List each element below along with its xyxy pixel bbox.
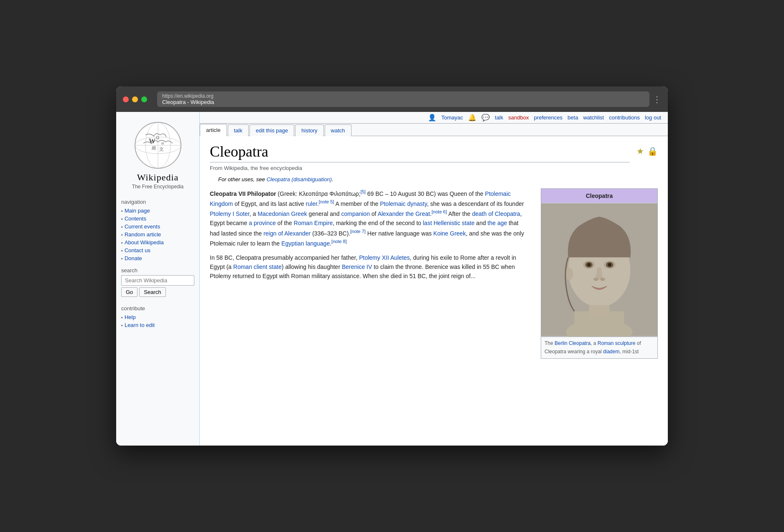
tab-history[interactable]: history [295,124,323,136]
article-title: Cleopatra [210,143,630,162]
reign-alexander-link[interactable]: reign of Alexander [263,230,311,236]
roman-client-state-link[interactable]: Roman client state [233,263,282,270]
random-article-link[interactable]: Random article [125,231,161,238]
wiki-topnav: 👤 Tomayac 🔔 💬 talk sandbox preferences b… [200,112,668,124]
tab-article[interactable]: article [200,124,227,136]
bullet-icon: ▪ [121,248,123,253]
roman-sculpture-link[interactable]: Roman sculpture [598,340,636,346]
roman-empire-link[interactable]: Roman Empire [294,220,333,226]
nav-item-help: ▪ Help [121,313,194,321]
contents-link[interactable]: Contents [125,215,146,222]
ruler-link[interactable]: ruler [306,200,317,207]
wiki-logo: W Ω и 維 文 Wikipedia The Free Encyclopedi… [132,116,183,193]
topnav-watchlist[interactable]: watchlist [583,114,604,121]
traffic-lights [123,96,147,102]
egyptian-language-link[interactable]: Egyptian language [281,240,330,246]
bullet-icon: ▪ [121,256,123,261]
nav-list: ▪ Main page ▪ Contents ▪ Current events … [121,207,194,262]
topnav-beta[interactable]: beta [568,114,578,121]
talk-icon[interactable]: 💬 [481,114,490,122]
bullet-icon: ▪ [121,208,123,213]
hellenistic-state-link[interactable]: last Hellenistic state [423,220,475,226]
topnav-logout[interactable]: log out [645,114,661,121]
main-page-link[interactable]: Main page [125,208,150,214]
article-paragraph-1: Cleopatra VII Philopator (Greek: Κλεοπάτ… [210,188,524,248]
go-button[interactable]: Go [121,287,137,297]
sidebar-navigation: navigation ▪ Main page ▪ Contents ▪ Curr… [116,193,199,265]
province-link[interactable]: a province [249,220,276,226]
ptolemy-soter-link[interactable]: Ptolemy I Soter [210,210,249,217]
berlin-cleopatra-link[interactable]: Berlin Cleopatra [555,340,591,346]
search-input[interactable] [121,275,194,286]
infobox-image [541,203,657,337]
search-form: Go Search [121,275,194,297]
topnav-talk[interactable]: talk [495,114,503,121]
article-text-content: Cleopatra VII Philopator (Greek: Κλεοπάτ… [210,188,524,359]
tab-watch[interactable]: watch [325,124,351,136]
tab-title-display: Cleopatra - Wikipedia [162,99,644,105]
contribute-list: ▪ Help ▪ Learn to edit [121,313,194,329]
donate-link[interactable]: Donate [125,255,142,261]
topnav-contributions[interactable]: contributions [609,114,640,121]
minimize-button[interactable] [132,96,138,102]
bullet-icon: ▪ [121,240,123,245]
diadem-link[interactable]: diadem [603,349,619,355]
browser-menu-button[interactable]: ⋮ [653,94,661,104]
macedonian-greek-link[interactable]: Macedonian Greek [257,210,307,217]
maximize-button[interactable] [141,96,147,102]
about-wikipedia-link[interactable]: About Wikipedia [125,239,164,246]
bullet-icon: ▪ [121,224,123,229]
lock-icon: 🔒 [647,146,658,156]
current-events-link[interactable]: Current events [125,223,160,230]
star-icon[interactable]: ★ [636,146,644,156]
wikipedia-globe-icon: W Ω и 維 文 [133,120,183,170]
tab-edit-this-page[interactable]: edit this page [249,124,294,136]
alexander-great-link[interactable]: Alexander the Great [378,210,430,217]
koine-greek-link[interactable]: Koine Greek [433,230,466,236]
nav-section-label: navigation [121,199,194,205]
disambig-link[interactable]: Cleopatra (disambiguation) [267,176,332,182]
user-icon: 👤 [428,114,436,122]
contact-us-link[interactable]: Contact us [125,247,150,253]
ptolemy-xii-link[interactable]: Ptolemy XII Auletes [359,254,410,261]
wiki-main: 👤 Tomayac 🔔 💬 talk sandbox preferences b… [200,112,668,446]
url-display: https://en.wikipedia.org [162,93,644,99]
death-cleopatra-link[interactable]: death of Cleopatra [472,210,520,217]
bullet-icon: ▪ [121,323,123,328]
infobox-title: Cleopatra [541,189,657,203]
disambig-note: For other uses, see Cleopatra (disambigu… [210,176,658,182]
search-button[interactable]: Search [139,287,165,297]
nav-item-donate: ▪ Donate [121,254,194,262]
topnav-sandbox[interactable]: sandbox [508,114,529,121]
companion-link[interactable]: companion [341,210,370,217]
svg-text:Ω: Ω [156,135,159,140]
article-header: Cleopatra ★ 🔒 [210,143,658,162]
notification-icon[interactable]: 🔔 [468,114,476,122]
nav-item-about-wikipedia: ▪ About Wikipedia [121,238,194,246]
nav-item-current-events: ▪ Current events [121,223,194,231]
svg-text:W: W [149,137,155,144]
help-link[interactable]: Help [125,314,136,320]
tab-talk[interactable]: talk [228,124,249,136]
svg-text:и: и [161,140,164,145]
topnav-username[interactable]: Tomayac [441,114,463,121]
search-section-label: search [121,267,194,274]
nav-item-contact-us: ▪ Contact us [121,246,194,254]
contribute-section: contribute ▪ Help ▪ Learn to edit [116,299,199,332]
the-age-link[interactable]: the age [488,220,507,226]
wiki-sidebar: W Ω и 維 文 Wikipedia The Free Encyclopedi… [116,112,200,446]
learn-to-edit-link[interactable]: Learn to edit [125,322,155,328]
close-button[interactable] [123,96,129,102]
browser-chrome: https://en.wikipedia.org Cleopatra - Wik… [116,86,668,112]
topnav-preferences[interactable]: preferences [534,114,563,121]
ptolemaic-dynasty-link[interactable]: Ptolemaic dynasty [380,200,427,207]
nav-item-contents: ▪ Contents [121,215,194,223]
berenice-iv-link[interactable]: Berenice IV [342,263,372,270]
infobox-caption: The Berlin Cleopatra, a Roman sculpture … [541,337,657,358]
bullet-icon: ▪ [121,216,123,221]
svg-rect-25 [541,204,657,337]
bullet-icon: ▪ [121,232,123,237]
wiki-tabs: article talk edit this page history watc… [200,124,668,136]
search-buttons: Go Search [121,287,194,297]
contribute-label: contribute [121,305,194,312]
